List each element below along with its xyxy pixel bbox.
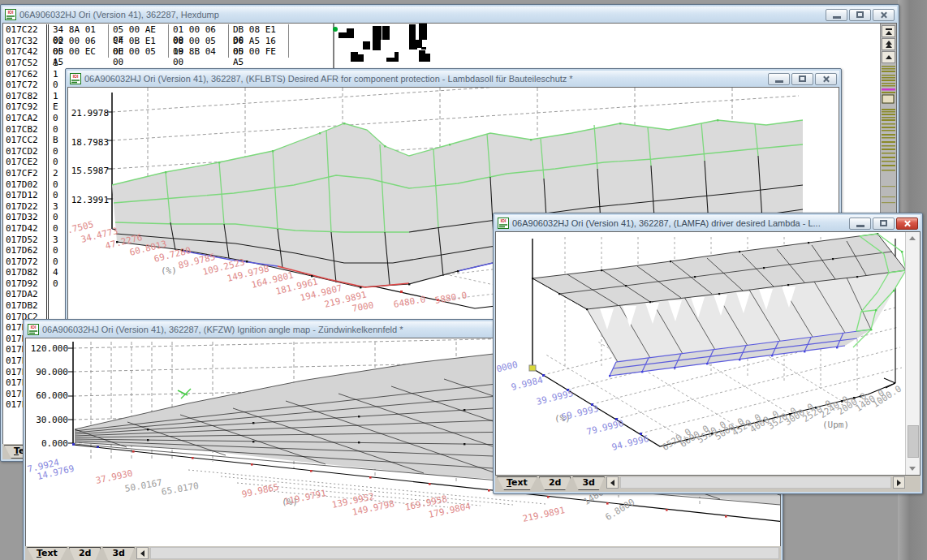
kfzw-tabrow: Text 2d 3d (25, 546, 781, 560)
lamfa-rpm-unit: (Upm) (822, 420, 849, 430)
left-arrow-icon (140, 550, 144, 557)
kflbts-titlebar[interactable]: IOI 06A906032HJ Ori (Version 41), 362287… (67, 71, 839, 87)
minimize-icon (833, 16, 841, 19)
hexdump-titlebar[interactable]: IOI 06A906032HJ Ori (Version 41), 362287… (2, 6, 897, 23)
lamfa-tab-text[interactable]: Text (497, 476, 537, 490)
lamfa-vscrollbar[interactable] (905, 232, 920, 475)
kfzw-tab-text[interactable]: Text (27, 547, 67, 560)
close-button[interactable] (815, 73, 837, 85)
right-arrow-icon (897, 480, 901, 486)
map-file-icon: IOI (70, 73, 81, 84)
jump-top-button[interactable] (882, 25, 895, 37)
overview-view-indicator[interactable] (882, 95, 894, 103)
close-button[interactable] (896, 218, 918, 230)
lamfa-tabrow: Text 2d 3d (495, 476, 921, 492)
hscroll-right-button[interactable] (893, 476, 905, 489)
hscroll-left-button[interactable] (606, 476, 619, 489)
line-up-button[interactable] (882, 51, 895, 63)
restore-icon (799, 75, 806, 82)
restore-icon (856, 11, 864, 18)
minimize-button[interactable] (826, 9, 847, 21)
lamfa-surface-plot (496, 232, 906, 474)
lamfa-pedal-unit: (%) (554, 413, 571, 424)
map-file-icon: IOI (5, 9, 16, 20)
lamfa-3d-view[interactable]: 0.00009.998439.999559.999379.999094.9996… (495, 231, 921, 476)
kflbts-title: 06A906032HJ Ori (Version 41), 362287, (K… (84, 74, 765, 84)
minimize-button[interactable] (768, 73, 790, 85)
close-icon (903, 220, 911, 227)
kfzw-x-axis-unit: (%) (282, 497, 298, 507)
hscroll-track[interactable] (620, 476, 891, 489)
selected-cell-cursor (529, 365, 536, 371)
up-arrow-icon (909, 236, 916, 240)
svg-text:IOI: IOI (501, 218, 507, 223)
close-icon (880, 11, 887, 19)
map-file-icon: IOI (28, 324, 39, 335)
hex-rows-full[interactable]: 017C2234 8A 01 0005 00 AE 9F01 00 06 00D… (3, 24, 289, 58)
down-arrow-icon (909, 467, 916, 471)
jump-top-icon (886, 31, 892, 35)
kfzw-tab-2d[interactable]: 2d (69, 547, 101, 560)
vscroll-thumb[interactable] (908, 425, 919, 458)
lamfa-title: 06A906032HJ Ori (Version 41), 362287, (L… (512, 218, 846, 228)
minimize-icon (775, 80, 783, 83)
lamfa-tab-2d[interactable]: 2d (539, 476, 571, 490)
hexdump-title: 06A906032HJ Ori (Version 41), 362287, He… (19, 10, 822, 19)
lamfa-tab-3d[interactable]: 3d (572, 476, 605, 490)
hscroll-track[interactable] (150, 547, 779, 559)
restore-button[interactable] (791, 73, 813, 85)
svg-text:IOI: IOI (8, 10, 14, 15)
restore-button[interactable] (873, 218, 895, 230)
window-lamfa: IOI 06A906032HJ Ori (Version 41), 362287… (493, 213, 923, 494)
up-icon (886, 55, 892, 59)
vscroll-down-button[interactable] (906, 463, 919, 475)
close-icon (822, 75, 830, 83)
svg-text:IOI: IOI (73, 74, 79, 79)
restore-button[interactable] (849, 9, 871, 21)
lamfa-titlebar[interactable]: IOI 06A906032HJ Ori (Version 41), 362287… (495, 215, 921, 231)
vscroll-up-button[interactable] (906, 232, 919, 244)
left-arrow-icon (610, 480, 614, 486)
kflbts-x-axis-unit: (%) (161, 265, 177, 276)
restore-icon (880, 220, 887, 226)
svg-text:IOI: IOI (31, 325, 37, 330)
hscroll-left-button[interactable] (136, 547, 149, 559)
close-button[interactable] (873, 9, 895, 21)
map-file-icon: IOI (498, 218, 509, 229)
minimize-icon (856, 225, 864, 227)
minimize-button[interactable] (849, 218, 871, 230)
kfzw-tab-3d[interactable]: 3d (102, 547, 135, 560)
page-up-button[interactable] (882, 38, 895, 50)
